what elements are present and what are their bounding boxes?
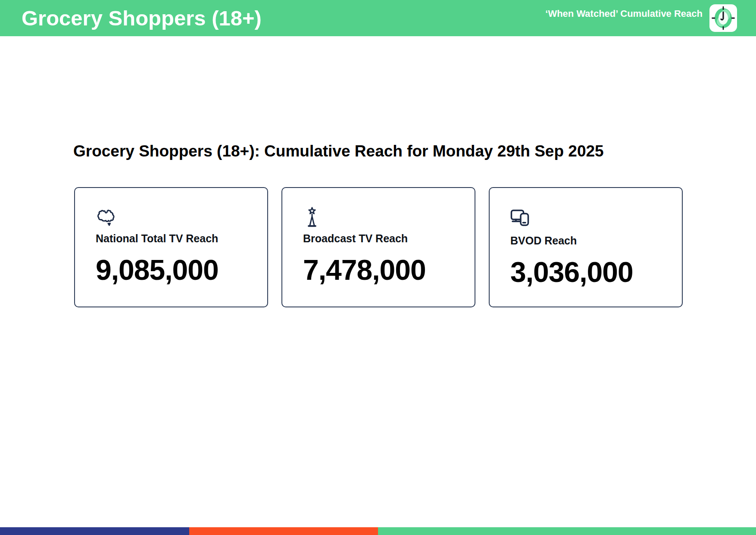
footer-segment-green — [378, 527, 756, 535]
header-right-group: ‘When Watched’ Cumulative Reach — [545, 4, 737, 32]
kpi-value: 3,036,000 — [510, 256, 673, 288]
australia-map-icon — [96, 207, 259, 229]
header-subtitle: ‘When Watched’ Cumulative Reach — [545, 8, 703, 19]
kpi-card-national-total-tv-reach[interactable]: National Total TV Reach 9,085,000 — [74, 187, 268, 307]
kpi-label: BVOD Reach — [510, 234, 673, 247]
app-title: Grocery Shoppers (18+) — [22, 0, 262, 36]
devices-icon — [510, 209, 673, 232]
kpi-label: National Total TV Reach — [96, 232, 259, 245]
app-header: Grocery Shoppers (18+) ‘When Watched’ Cu… — [0, 0, 756, 36]
kpi-card-broadcast-tv-reach[interactable]: Broadcast TV Reach 7,478,000 — [281, 187, 475, 307]
kpi-cards: National Total TV Reach 9,085,000 Broadc… — [74, 187, 683, 307]
footer-segment-navy — [0, 527, 189, 535]
kpi-value: 9,085,000 — [96, 253, 259, 286]
page-title: Grocery Shoppers (18+): Cumulative Reach… — [73, 142, 604, 161]
footer-segment-orange — [189, 527, 378, 535]
kpi-label: Broadcast TV Reach — [303, 232, 466, 245]
kpi-value: 7,478,000 — [303, 253, 466, 286]
clock-icon — [709, 4, 737, 32]
broadcast-tower-icon — [303, 207, 466, 229]
kpi-card-bvod-reach[interactable]: BVOD Reach 3,036,000 — [489, 187, 683, 307]
brand-footer-bar — [0, 527, 756, 535]
